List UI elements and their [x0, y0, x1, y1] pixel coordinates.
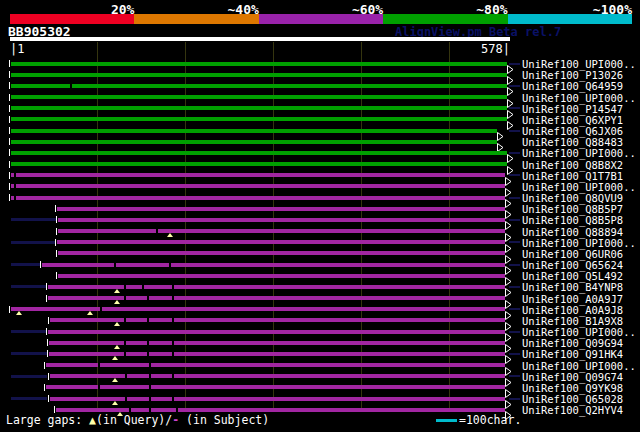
gap-tick — [14, 196, 16, 200]
hsp-bar[interactable] — [11, 151, 507, 155]
scale-label: ~40% — [189, 2, 259, 17]
query-gap-triangle-icon — [114, 289, 120, 293]
label-connector — [509, 63, 520, 65]
gap-tick — [149, 363, 151, 367]
gap-tick — [142, 285, 144, 289]
bar-start-cap — [9, 82, 10, 89]
ruler-start-label: |1 — [10, 42, 24, 56]
legend-scale: =100char. — [436, 413, 521, 427]
bar-start-cap — [9, 127, 10, 134]
gap-tick — [70, 84, 72, 88]
hsp-bar[interactable] — [58, 229, 505, 233]
bar-start-cap — [46, 283, 47, 290]
hsp-bar[interactable] — [46, 385, 505, 389]
hsp-bar[interactable] — [50, 397, 505, 401]
label-connector — [509, 331, 520, 333]
hsp-bar[interactable] — [11, 196, 505, 200]
bar-start-cap — [56, 228, 57, 235]
hsp-bar[interactable] — [46, 363, 505, 367]
bar-start-cap — [56, 250, 57, 257]
hsp-bar[interactable] — [11, 173, 505, 177]
hsp-bar[interactable] — [11, 84, 507, 88]
bar-start-cap — [48, 317, 49, 324]
gap-tick — [169, 263, 171, 267]
hsp-bar-secondary[interactable] — [11, 375, 47, 378]
bar-arrowhead-icon — [505, 204, 512, 213]
hsp-bar-secondary[interactable] — [11, 285, 47, 288]
label-connector — [509, 197, 520, 199]
hsp-bar[interactable] — [11, 62, 507, 66]
gap-tick — [176, 408, 178, 412]
hsp-bar[interactable] — [11, 117, 507, 121]
gap-tick — [147, 352, 149, 356]
hsp-bar[interactable] — [57, 207, 505, 211]
bar-start-cap — [9, 138, 10, 145]
query-gap-triangle-icon — [112, 356, 118, 360]
hsp-bar[interactable] — [48, 330, 505, 334]
bar-start-cap — [9, 71, 10, 78]
hsp-bar[interactable] — [11, 184, 505, 188]
gap-tick — [124, 285, 126, 289]
legend-text-prefix: Large gaps: — [6, 413, 89, 427]
hsp-bar[interactable] — [57, 240, 505, 244]
label-connector — [509, 219, 520, 221]
bar-start-cap — [44, 384, 45, 391]
hsp-bar-secondary[interactable] — [11, 218, 56, 221]
label-connector — [509, 130, 520, 132]
bar-arrowhead-icon — [507, 160, 514, 169]
gap-tick — [147, 296, 149, 300]
bar-arrowhead-icon — [505, 316, 512, 325]
bar-start-cap — [9, 94, 10, 101]
scale-length-line-icon — [436, 419, 457, 422]
bar-arrowhead-icon — [505, 294, 512, 303]
bar-arrowhead-icon — [505, 338, 512, 347]
hsp-bar-secondary[interactable] — [11, 330, 47, 333]
hsp-bar-secondary[interactable] — [11, 397, 47, 400]
label-connector — [509, 286, 520, 288]
bar-start-cap — [55, 205, 56, 212]
hsp-bar[interactable] — [58, 218, 505, 222]
gap-tick — [14, 184, 16, 188]
bar-arrowhead-icon — [505, 227, 512, 236]
label-connector — [509, 353, 520, 355]
bar-arrowhead-icon — [507, 93, 514, 102]
gap-tick — [172, 285, 174, 289]
hsp-bar[interactable] — [56, 408, 505, 412]
bar-start-cap — [9, 105, 10, 112]
hsp-bar-secondary[interactable] — [11, 263, 40, 266]
gap-tick — [149, 397, 151, 401]
hsp-bar-secondary[interactable] — [11, 241, 55, 244]
label-connector — [509, 174, 520, 176]
hsp-bar[interactable] — [42, 263, 505, 267]
legend-text-suffix: (in Subject) — [179, 413, 269, 427]
gap-tick — [172, 318, 174, 322]
query-gap-triangle-icon — [167, 233, 173, 237]
bar-start-cap — [9, 116, 10, 123]
ruler-end-label: 578| — [440, 42, 510, 56]
query-gap-triangle-icon — [112, 401, 118, 405]
hsp-bar[interactable] — [50, 374, 505, 378]
gap-tick — [114, 263, 116, 267]
hsp-bar[interactable] — [58, 274, 505, 278]
hsp-bar[interactable] — [11, 162, 507, 166]
bar-arrowhead-icon — [505, 182, 512, 191]
gap-tick — [124, 341, 126, 345]
hsp-bar[interactable] — [11, 129, 497, 133]
hsp-bar[interactable] — [58, 251, 505, 255]
hsp-bar-secondary[interactable] — [11, 352, 47, 355]
bar-start-cap — [56, 272, 57, 279]
bar-start-cap — [56, 216, 57, 223]
hsp-bar[interactable] — [11, 95, 507, 99]
hsp-bar[interactable] — [11, 73, 507, 77]
hsp-bar[interactable] — [11, 106, 507, 110]
bar-start-cap — [9, 306, 10, 313]
gap-tick — [124, 352, 126, 356]
hsp-bar[interactable] — [11, 307, 505, 311]
scale-label: 20% — [64, 2, 134, 17]
gap-tick — [172, 296, 174, 300]
gap-tick — [125, 397, 127, 401]
hsp-bar[interactable] — [11, 140, 497, 144]
label-connector — [509, 107, 520, 109]
hit-label[interactable]: UniRef100_Q2HYV4 — [522, 404, 623, 416]
gap-tick — [149, 374, 151, 378]
